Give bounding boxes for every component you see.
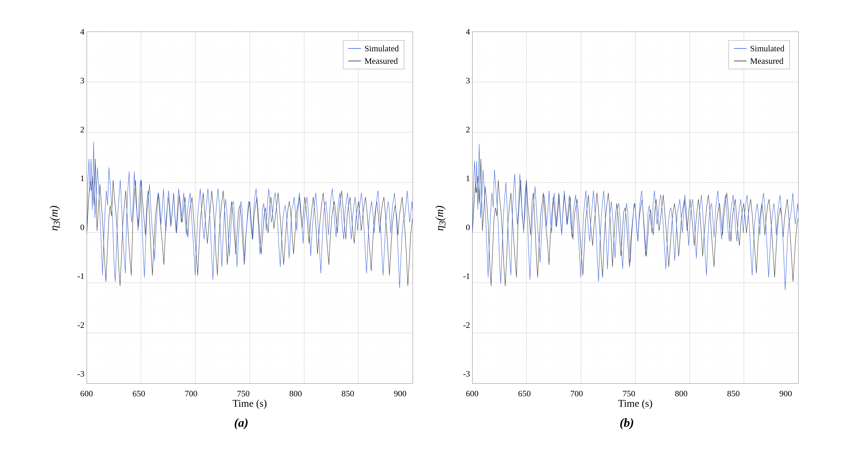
y-tick-0: 0 [80, 222, 85, 232]
legend-simulated: Simulated [348, 44, 399, 53]
x-b-tick-800: 800 [675, 389, 687, 398]
y-b-tick-2: 2 [466, 124, 470, 134]
legend-b-simulated: Simulated [734, 44, 784, 53]
chart-a-y-ticks: 4 3 2 1 0 -1 -2 -3 [68, 32, 85, 383]
y-label-text: η3(m) [48, 205, 60, 231]
chart-b-svg [472, 32, 798, 383]
x-tick-650: 650 [132, 389, 145, 398]
measured-label: Measured [364, 56, 398, 66]
chart-a-x-label: Time (s) [87, 397, 413, 409]
y-tick-2: 2 [80, 124, 85, 134]
y-b-tick-n2: -2 [463, 320, 470, 330]
y-b-label-text: η3(m) [433, 205, 445, 231]
chart-a-legend: Simulated Measured [343, 40, 404, 69]
x-tick-750: 750 [237, 389, 250, 398]
y-b-tick-4: 4 [466, 27, 470, 37]
chart-a-area: Simulated Measured η3(m) 4 3 2 1 [61, 27, 422, 409]
x-b-tick-750: 750 [622, 389, 635, 398]
y-tick-n3: -3 [77, 369, 84, 378]
y-b-tick-3: 3 [466, 76, 470, 85]
x-b-tick-850: 850 [727, 389, 740, 398]
x-tick-800: 800 [289, 389, 302, 398]
chart-a-plot: Simulated Measured [87, 32, 413, 383]
chart-b-x-ticks: 600 650 700 750 800 850 900 [472, 389, 799, 398]
y-b-tick-1: 1 [466, 173, 470, 183]
chart-b-x-label: Time (s) [472, 397, 799, 409]
x-tick-700: 700 [185, 389, 197, 398]
x-tick-900: 900 [394, 389, 406, 398]
charts-container: Simulated Measured η3(m) 4 3 2 1 [0, 0, 868, 457]
y-b-tick-0: 0 [466, 222, 470, 232]
x-label-text: Time (s) [232, 398, 267, 409]
chart-b-legend: Simulated Measured [728, 40, 789, 69]
x-b-label-text: Time (s) [618, 398, 652, 409]
legend-measured: Measured [348, 56, 399, 66]
measured-b-line-icon [734, 61, 747, 61]
chart-b-plot: Simulated Measured [472, 32, 799, 383]
chart-b-y-label: η3(m) [433, 205, 447, 231]
x-b-tick-700: 700 [570, 389, 583, 398]
chart-a-svg [87, 32, 413, 383]
chart-a-label: (a) [234, 416, 249, 430]
simulated-label: Simulated [364, 44, 399, 53]
x-b-tick-900: 900 [779, 389, 792, 398]
y-tick-n2: -2 [77, 320, 84, 330]
chart-b-wrapper: Simulated Measured η3(m) 4 3 2 1 0 [447, 27, 807, 430]
measured-line-icon [348, 61, 361, 61]
measured-b-label: Measured [750, 56, 783, 66]
chart-a-wrapper: Simulated Measured η3(m) 4 3 2 1 [61, 27, 422, 430]
y-tick-4: 4 [80, 27, 85, 37]
legend-b-measured: Measured [734, 56, 784, 66]
y-b-tick-n3: -3 [463, 369, 470, 378]
chart-a-y-label: η3(m) [48, 205, 62, 231]
simulated-b-line-icon [734, 48, 747, 49]
chart-b-y-ticks: 4 3 2 1 0 -1 -2 -3 [453, 32, 470, 383]
simulated-b-label: Simulated [750, 44, 784, 53]
y-tick-3: 3 [80, 76, 85, 85]
y-b-tick-n1: -1 [463, 271, 470, 281]
chart-b-label: (b) [620, 416, 634, 430]
x-b-tick-650: 650 [518, 389, 531, 398]
x-tick-600: 600 [80, 389, 93, 398]
chart-a-x-ticks: 600 650 700 750 800 850 900 [87, 389, 413, 398]
x-b-tick-600: 600 [466, 389, 478, 398]
y-tick-n1: -1 [77, 271, 84, 281]
x-tick-850: 850 [342, 389, 354, 398]
simulated-line-icon [348, 48, 361, 49]
y-tick-1: 1 [80, 173, 85, 183]
chart-b-area: Simulated Measured η3(m) 4 3 2 1 0 [447, 27, 807, 409]
